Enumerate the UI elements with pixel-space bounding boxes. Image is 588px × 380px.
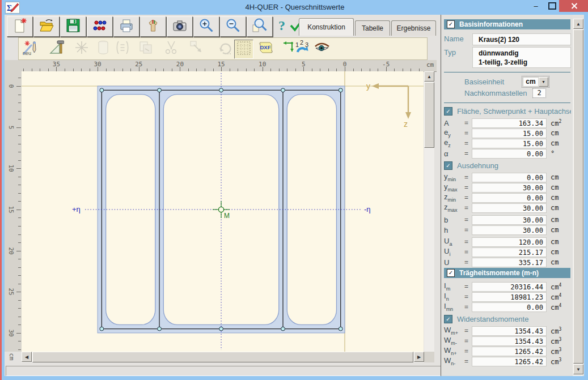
construction-tools-button[interactable] — [47, 40, 65, 58]
minimize-button[interactable]: – — [526, 0, 545, 12]
section-checkbox[interactable]: ✓ — [447, 20, 455, 28]
help-button[interactable]: ? — [274, 18, 289, 35]
open-file-button[interactable] — [33, 16, 60, 37]
base-unit-dropdown[interactable]: cm▼ — [522, 76, 549, 88]
panel-scroll-up-button[interactable]: ▲ — [573, 19, 583, 29]
ruler-tick — [18, 95, 21, 95]
section-node — [100, 327, 104, 331]
equals-sign: = — [464, 293, 472, 301]
tab-tabelle[interactable]: Tabelle — [355, 20, 390, 36]
ruler-tick — [16, 168, 21, 169]
value-row-ey: ey=15.00cm — [444, 129, 571, 138]
maximize-button[interactable] — [545, 0, 560, 12]
calculation-options-icon — [92, 18, 108, 36]
eta-minus-label: -η — [364, 205, 371, 214]
quantity-symbol: b — [444, 216, 464, 224]
tab-konstruktion[interactable]: Konstruktion — [299, 18, 354, 36]
quantity-value: 215.17 — [472, 247, 547, 257]
plot-manager-button[interactable] — [140, 16, 166, 37]
decimal-places-input[interactable]: 2 — [532, 88, 546, 98]
quantity-value: 15.00 — [472, 139, 547, 148]
svg-text:?: ? — [278, 18, 285, 33]
equals-sign: = — [464, 248, 472, 256]
value-row-Im: Im=20316.44cm4 — [444, 282, 571, 291]
dxf-import-button[interactable]: DXF — [256, 40, 274, 58]
open-file-icon — [39, 18, 54, 36]
print-button[interactable] — [113, 16, 139, 37]
section-node — [158, 88, 162, 92]
section-checkbox[interactable]: ✓ — [444, 161, 452, 170]
panel-scroll-down-button[interactable]: ▼ — [573, 364, 583, 374]
ruler-tick — [18, 135, 21, 136]
view-options-button[interactable] — [312, 40, 331, 58]
cut-element-icon — [163, 40, 179, 58]
vscroll-thumb[interactable] — [424, 82, 434, 148]
value-row-h: h=30.00cm — [444, 225, 571, 234]
scroll-right-button[interactable]: ▶ — [414, 352, 424, 362]
raster-grid-button[interactable] — [234, 40, 253, 59]
value-row-Wm+: Wm+=1354.43cm3 — [444, 326, 571, 335]
new-document-button[interactable] — [7, 16, 33, 37]
move-element-button — [188, 40, 206, 58]
quantity-value: 335.17 — [472, 258, 547, 267]
panel-scrollbar[interactable]: ▲ ▼ — [573, 19, 584, 375]
move-element-icon — [189, 40, 205, 58]
section-checkbox[interactable]: ✓ — [444, 107, 452, 116]
scroll-up-button[interactable]: ▲ — [424, 71, 434, 82]
section-node — [219, 88, 223, 92]
save-button[interactable] — [60, 16, 86, 37]
canvas-hscrollbar[interactable]: ◀ ▶ — [22, 352, 424, 362]
value-row-Ui: Ui=215.17cm — [444, 247, 571, 257]
quantity-symbol: Wn+ — [444, 346, 464, 356]
scroll-left-button[interactable]: ◀ — [22, 352, 32, 362]
quantity-unit: cm2 — [547, 119, 571, 127]
section-title: Fläche, Schwerpunkt + Hauptachsen — [457, 107, 571, 116]
field-value[interactable]: dünnwandig1-teilig, 3-zellig — [472, 47, 571, 68]
quantity-symbol: ymax — [444, 182, 464, 193]
section-checkbox[interactable]: ✓ — [447, 269, 455, 277]
quantity-value: 0.00 — [472, 173, 547, 182]
equals-sign: = — [464, 347, 472, 355]
equals-sign: = — [464, 238, 472, 246]
info-row-typ: Typdünnwandig1-teilig, 3-zellig — [444, 47, 571, 68]
new-element-button[interactable]: neu — [21, 40, 39, 58]
quantity-value: 0.00 — [472, 193, 547, 203]
construction-tools-icon — [48, 40, 64, 58]
value-row-ymin: ymin=0.00cm — [444, 173, 571, 182]
equals-sign: = — [464, 327, 472, 335]
eta-plus-label: +η — [72, 205, 81, 214]
zoom-extents-button[interactable] — [247, 16, 273, 37]
hscroll-thumb[interactable] — [32, 352, 413, 362]
panel-scroll-thumb[interactable] — [573, 29, 583, 364]
field-value[interactable]: Kraus(2) 120 — [472, 33, 571, 45]
ruler-tick — [18, 144, 21, 144]
construction-canvas[interactable]: yz+η-η M — [22, 71, 424, 352]
zoom-out-button[interactable] — [220, 16, 246, 37]
chevron-down-icon[interactable]: ▼ — [539, 77, 548, 87]
ruler-tick — [18, 259, 21, 259]
quantity-symbol: Wm- — [444, 336, 464, 346]
ruler-tick — [18, 226, 21, 227]
quantity-unit: cm — [547, 248, 571, 256]
calculation-options-button[interactable] — [87, 16, 113, 37]
drawing-toolbar: neuDXF123 — [18, 37, 428, 60]
svg-text:DXF: DXF — [260, 44, 271, 50]
panel-separator — [444, 72, 570, 72]
vertical-ruler: 051015202530 — [5, 71, 22, 352]
canvas-vscrollbar[interactable]: ▲ — [424, 71, 434, 352]
field-label: Name — [444, 33, 472, 45]
quantity-symbol: U — [444, 258, 464, 267]
copy-element-button — [137, 40, 155, 58]
tab-ergebnisse[interactable]: Ergebnisse — [391, 20, 436, 36]
quantity-value: 30.00 — [472, 215, 547, 225]
close-button[interactable] — [559, 0, 588, 12]
ruler-tick — [18, 267, 21, 268]
close-icon — [571, 3, 578, 9]
snapshot-camera-button[interactable] — [167, 16, 193, 37]
ruler-tick — [18, 341, 21, 341]
renumber-points-button[interactable]: 123 — [293, 40, 311, 58]
section-title: Basisinformationen — [459, 20, 523, 28]
section-checkbox[interactable]: ✓ — [444, 315, 452, 323]
zoom-in-button[interactable] — [193, 16, 219, 37]
cut-element-button — [162, 40, 180, 58]
